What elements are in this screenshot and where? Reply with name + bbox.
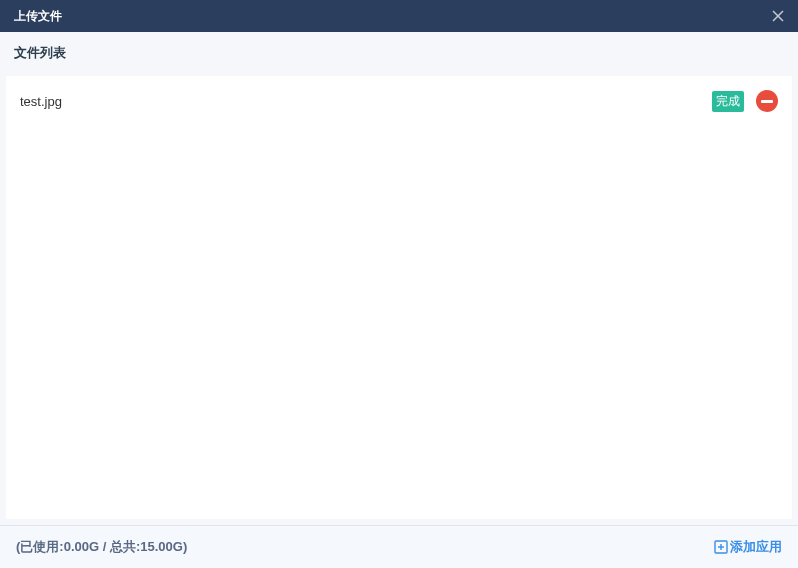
file-name: test.jpg — [20, 94, 712, 109]
add-app-button[interactable]: 添加应用 — [714, 538, 782, 556]
dialog-header: 上传文件 — [0, 0, 798, 32]
close-button[interactable] — [768, 6, 788, 26]
status-badge: 完成 — [712, 91, 744, 112]
upload-dialog: 上传文件 文件列表 test.jpg 完成 (已使用:0.00G / 总共:15… — [0, 0, 798, 568]
file-item: test.jpg 完成 — [6, 76, 792, 126]
close-icon — [772, 10, 784, 22]
file-list-title: 文件列表 — [0, 32, 798, 76]
dialog-title: 上传文件 — [14, 8, 62, 25]
file-list: test.jpg 完成 — [6, 76, 792, 519]
minus-icon — [761, 100, 773, 103]
storage-info: (已使用:0.00G / 总共:15.00G) — [16, 538, 187, 556]
remove-file-button[interactable] — [756, 90, 778, 112]
plus-box-icon — [714, 540, 728, 554]
add-app-label: 添加应用 — [730, 538, 782, 556]
dialog-footer: (已使用:0.00G / 总共:15.00G) 添加应用 — [0, 525, 798, 568]
